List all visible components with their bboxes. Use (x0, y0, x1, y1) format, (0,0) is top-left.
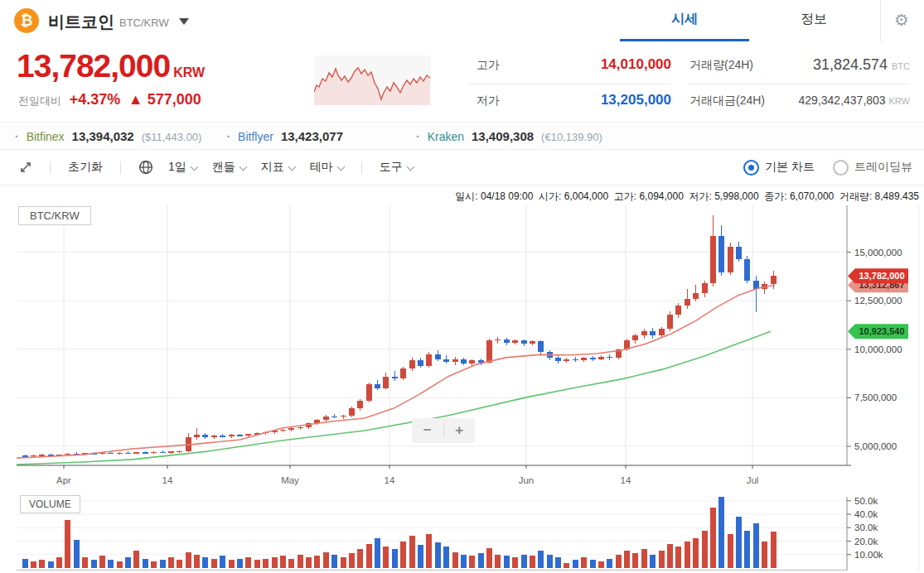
volume-bar (675, 547, 681, 568)
volume-bar (91, 560, 97, 568)
volume-bar (186, 552, 191, 569)
candle-body (168, 451, 174, 453)
volume-bar (435, 542, 441, 568)
volume-bar (272, 557, 278, 568)
exchange-price: 13,394,032 (72, 129, 134, 143)
candle-body (341, 416, 346, 417)
chevron-down-icon (239, 162, 247, 171)
exchange-price: 13,423,077 (281, 129, 343, 143)
candle-body (452, 359, 458, 363)
volume-tick-label: 50.0k (854, 496, 878, 506)
theme-dropdown[interactable]: 테마 (310, 160, 344, 175)
time-tick-label: May (281, 475, 299, 485)
ma-long-price-badge-label: 10,923,540 (859, 326, 904, 336)
ohlc-info-line: 일시: 04/18 09:00 시가: 6,004,000 고가: 6,094,… (455, 190, 919, 204)
toolbar-divider (120, 161, 121, 174)
radio-selected-icon (743, 160, 759, 176)
candle-body (280, 430, 286, 431)
header-tabs: 시세 정보 (620, 0, 878, 41)
volume-bar (314, 556, 320, 568)
volume-bar (392, 549, 398, 568)
chart-mode-tradingview[interactable]: 트레이딩뷰 (833, 160, 912, 176)
interval-dropdown[interactable]: 1일 (168, 160, 197, 175)
volume-bar (133, 551, 139, 568)
candle-body (650, 331, 656, 336)
coin-select-caret-icon[interactable] (179, 18, 189, 25)
value24-unit: KRW (889, 96, 910, 106)
volume-bar (504, 556, 510, 568)
value24-number: 429,342,437,803 (799, 94, 886, 107)
tab-price[interactable]: 시세 (620, 0, 749, 41)
volume-bar (74, 540, 80, 568)
volume-bar (521, 555, 527, 568)
volume-bar (254, 560, 260, 568)
symbol-badge: BTC/KRW (18, 206, 91, 225)
candle-body (323, 417, 329, 420)
candle-body (245, 434, 251, 436)
tab-info[interactable]: 정보 (749, 0, 878, 39)
candle-body (538, 341, 544, 352)
interval-label: 1일 (168, 160, 186, 175)
stats-divider-left (468, 84, 671, 84)
volume-bars (22, 497, 776, 568)
exchange-bitfinex[interactable]: · Bitfinex 13,394,032 ($11,443.00) (15, 129, 201, 143)
tools-dropdown[interactable]: 도구 (380, 160, 414, 175)
high-value: 14,010,000 (530, 56, 671, 73)
exchange-kraken[interactable]: · Kraken 13,409,308 (€10,139.90) (416, 129, 602, 143)
theme-label: 테마 (310, 160, 333, 175)
candle-body (495, 339, 501, 341)
volume-bar (659, 551, 665, 568)
candle-body (685, 299, 690, 306)
sparkline-panel (314, 55, 431, 105)
globe-button[interactable] (138, 160, 153, 175)
volume-bar (400, 542, 406, 569)
bitcoin-icon: ₿ (14, 8, 39, 33)
candle-body (641, 331, 647, 336)
candlestick-chart[interactable]: 15,000,00012,500,00010,000,0007,500,0005… (0, 185, 924, 573)
candle-body (469, 360, 475, 363)
candle-type-dropdown[interactable]: 캔들 (212, 160, 246, 175)
exchange-bitflyer[interactable]: · Bitflyer 13,423,077 (226, 129, 343, 143)
volume-bar (452, 552, 458, 569)
time-tick-label: 14 (621, 475, 631, 485)
globe-icon (138, 160, 153, 175)
coin-pair-label: BTC/KRW (119, 17, 169, 29)
volume-tick-label: 10.00k (854, 550, 883, 560)
currency-label: KRW (173, 65, 205, 79)
volume-bar (82, 557, 88, 568)
price-summary: 13,782,000KRW 전일대비 +4.37% ▲ 577,000 고가 1… (0, 41, 924, 122)
volume-bar (306, 557, 312, 568)
chart-toolbar: 초기화 1일 캔들 지표 테마 도구 기본 차트 트레이딩뷰 (0, 150, 924, 185)
candles (22, 215, 776, 457)
candle-body (194, 435, 200, 438)
candle-body (160, 452, 166, 454)
candle-body (718, 236, 724, 273)
zoom-in-button[interactable]: + (444, 418, 476, 443)
chevron-down-icon (190, 162, 198, 171)
sparkline-chart (314, 55, 431, 105)
volume-tick-label: 20.0k (854, 537, 878, 547)
volume-bar (564, 563, 569, 569)
chart-mode-tradingview-label: 트레이딩뷰 (854, 160, 912, 175)
volume-tick-label: 40.0k (854, 509, 878, 519)
candle-body (486, 340, 492, 363)
indicator-label: 지표 (261, 160, 284, 175)
candle-body (435, 354, 441, 359)
volume-bar (547, 555, 553, 568)
fullscreen-button[interactable] (19, 161, 32, 174)
candle-body (504, 339, 510, 344)
low-value: 13,205,000 (530, 92, 671, 108)
volume-bar (443, 547, 449, 568)
candle-body (598, 357, 604, 359)
candle-body (133, 452, 139, 454)
gear-icon[interactable]: ⚙ (890, 10, 913, 30)
indicator-dropdown[interactable]: 지표 (261, 160, 295, 175)
chart-mode-basic[interactable]: 기본 차트 (743, 160, 815, 176)
high-label: 고가 (477, 58, 500, 73)
candle-body (177, 451, 182, 453)
zoom-out-button[interactable]: − (412, 418, 443, 443)
tools-label: 도구 (380, 160, 403, 175)
volume-bar (375, 538, 380, 568)
reset-button[interactable]: 초기화 (68, 160, 103, 175)
candle-body (366, 384, 372, 401)
